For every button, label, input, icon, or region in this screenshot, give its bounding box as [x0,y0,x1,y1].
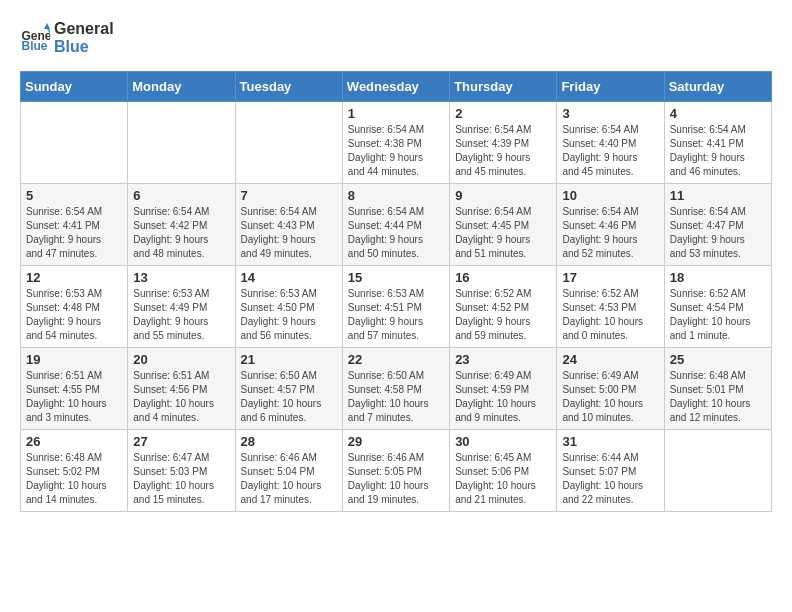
day-cell: 7Sunrise: 6:54 AM Sunset: 4:43 PM Daylig… [235,184,342,266]
day-info: Sunrise: 6:54 AM Sunset: 4:42 PM Dayligh… [133,205,229,261]
weekday-header-saturday: Saturday [664,72,771,102]
day-cell: 16Sunrise: 6:52 AM Sunset: 4:52 PM Dayli… [450,266,557,348]
day-number: 27 [133,434,229,449]
day-info: Sunrise: 6:54 AM Sunset: 4:40 PM Dayligh… [562,123,658,179]
day-number: 23 [455,352,551,367]
day-cell: 29Sunrise: 6:46 AM Sunset: 5:05 PM Dayli… [342,430,449,512]
day-cell: 18Sunrise: 6:52 AM Sunset: 4:54 PM Dayli… [664,266,771,348]
day-number: 28 [241,434,337,449]
day-info: Sunrise: 6:45 AM Sunset: 5:06 PM Dayligh… [455,451,551,507]
week-row-3: 12Sunrise: 6:53 AM Sunset: 4:48 PM Dayli… [21,266,772,348]
day-cell: 21Sunrise: 6:50 AM Sunset: 4:57 PM Dayli… [235,348,342,430]
day-cell [21,102,128,184]
day-info: Sunrise: 6:53 AM Sunset: 4:51 PM Dayligh… [348,287,444,343]
day-info: Sunrise: 6:54 AM Sunset: 4:38 PM Dayligh… [348,123,444,179]
day-cell [128,102,235,184]
logo-general: General [54,20,114,38]
day-number: 4 [670,106,766,121]
day-number: 17 [562,270,658,285]
day-info: Sunrise: 6:52 AM Sunset: 4:52 PM Dayligh… [455,287,551,343]
day-number: 10 [562,188,658,203]
page-container: General Blue General Blue SundayMondayTu… [0,0,792,532]
day-info: Sunrise: 6:54 AM Sunset: 4:39 PM Dayligh… [455,123,551,179]
calendar-table: SundayMondayTuesdayWednesdayThursdayFrid… [20,71,772,512]
day-info: Sunrise: 6:54 AM Sunset: 4:44 PM Dayligh… [348,205,444,261]
day-number: 9 [455,188,551,203]
weekday-header-sunday: Sunday [21,72,128,102]
day-cell: 3Sunrise: 6:54 AM Sunset: 4:40 PM Daylig… [557,102,664,184]
day-info: Sunrise: 6:53 AM Sunset: 4:49 PM Dayligh… [133,287,229,343]
day-cell: 5Sunrise: 6:54 AM Sunset: 4:41 PM Daylig… [21,184,128,266]
logo-blue: Blue [54,38,114,56]
weekday-header-row: SundayMondayTuesdayWednesdayThursdayFrid… [21,72,772,102]
weekday-header-friday: Friday [557,72,664,102]
day-cell: 12Sunrise: 6:53 AM Sunset: 4:48 PM Dayli… [21,266,128,348]
day-cell: 9Sunrise: 6:54 AM Sunset: 4:45 PM Daylig… [450,184,557,266]
day-cell: 19Sunrise: 6:51 AM Sunset: 4:55 PM Dayli… [21,348,128,430]
day-cell: 25Sunrise: 6:48 AM Sunset: 5:01 PM Dayli… [664,348,771,430]
day-info: Sunrise: 6:46 AM Sunset: 5:04 PM Dayligh… [241,451,337,507]
day-info: Sunrise: 6:54 AM Sunset: 4:47 PM Dayligh… [670,205,766,261]
day-number: 5 [26,188,122,203]
day-number: 7 [241,188,337,203]
day-info: Sunrise: 6:50 AM Sunset: 4:57 PM Dayligh… [241,369,337,425]
day-info: Sunrise: 6:51 AM Sunset: 4:55 PM Dayligh… [26,369,122,425]
logo: General Blue General Blue [20,20,114,55]
day-number: 20 [133,352,229,367]
day-cell: 24Sunrise: 6:49 AM Sunset: 5:00 PM Dayli… [557,348,664,430]
day-info: Sunrise: 6:51 AM Sunset: 4:56 PM Dayligh… [133,369,229,425]
day-number: 6 [133,188,229,203]
day-cell: 15Sunrise: 6:53 AM Sunset: 4:51 PM Dayli… [342,266,449,348]
day-number: 1 [348,106,444,121]
day-info: Sunrise: 6:50 AM Sunset: 4:58 PM Dayligh… [348,369,444,425]
day-cell: 6Sunrise: 6:54 AM Sunset: 4:42 PM Daylig… [128,184,235,266]
day-number: 3 [562,106,658,121]
day-info: Sunrise: 6:54 AM Sunset: 4:46 PM Dayligh… [562,205,658,261]
day-number: 29 [348,434,444,449]
svg-text:Blue: Blue [22,39,48,53]
day-cell: 28Sunrise: 6:46 AM Sunset: 5:04 PM Dayli… [235,430,342,512]
day-info: Sunrise: 6:49 AM Sunset: 4:59 PM Dayligh… [455,369,551,425]
day-cell: 8Sunrise: 6:54 AM Sunset: 4:44 PM Daylig… [342,184,449,266]
day-number: 12 [26,270,122,285]
day-info: Sunrise: 6:47 AM Sunset: 5:03 PM Dayligh… [133,451,229,507]
day-number: 22 [348,352,444,367]
day-number: 18 [670,270,766,285]
day-cell: 14Sunrise: 6:53 AM Sunset: 4:50 PM Dayli… [235,266,342,348]
day-cell: 27Sunrise: 6:47 AM Sunset: 5:03 PM Dayli… [128,430,235,512]
day-cell: 2Sunrise: 6:54 AM Sunset: 4:39 PM Daylig… [450,102,557,184]
day-cell: 31Sunrise: 6:44 AM Sunset: 5:07 PM Dayli… [557,430,664,512]
day-cell: 10Sunrise: 6:54 AM Sunset: 4:46 PM Dayli… [557,184,664,266]
day-info: Sunrise: 6:44 AM Sunset: 5:07 PM Dayligh… [562,451,658,507]
day-cell: 1Sunrise: 6:54 AM Sunset: 4:38 PM Daylig… [342,102,449,184]
day-cell [664,430,771,512]
weekday-header-wednesday: Wednesday [342,72,449,102]
logo-icon: General Blue [20,23,50,53]
day-number: 11 [670,188,766,203]
day-cell: 30Sunrise: 6:45 AM Sunset: 5:06 PM Dayli… [450,430,557,512]
day-cell: 23Sunrise: 6:49 AM Sunset: 4:59 PM Dayli… [450,348,557,430]
day-cell: 13Sunrise: 6:53 AM Sunset: 4:49 PM Dayli… [128,266,235,348]
day-info: Sunrise: 6:48 AM Sunset: 5:01 PM Dayligh… [670,369,766,425]
day-number: 26 [26,434,122,449]
week-row-5: 26Sunrise: 6:48 AM Sunset: 5:02 PM Dayli… [21,430,772,512]
day-info: Sunrise: 6:54 AM Sunset: 4:41 PM Dayligh… [670,123,766,179]
week-row-2: 5Sunrise: 6:54 AM Sunset: 4:41 PM Daylig… [21,184,772,266]
day-number: 2 [455,106,551,121]
day-info: Sunrise: 6:53 AM Sunset: 4:50 PM Dayligh… [241,287,337,343]
day-number: 31 [562,434,658,449]
day-cell: 11Sunrise: 6:54 AM Sunset: 4:47 PM Dayli… [664,184,771,266]
day-info: Sunrise: 6:54 AM Sunset: 4:43 PM Dayligh… [241,205,337,261]
day-info: Sunrise: 6:53 AM Sunset: 4:48 PM Dayligh… [26,287,122,343]
day-info: Sunrise: 6:54 AM Sunset: 4:45 PM Dayligh… [455,205,551,261]
day-cell: 26Sunrise: 6:48 AM Sunset: 5:02 PM Dayli… [21,430,128,512]
day-info: Sunrise: 6:49 AM Sunset: 5:00 PM Dayligh… [562,369,658,425]
day-info: Sunrise: 6:52 AM Sunset: 4:54 PM Dayligh… [670,287,766,343]
day-info: Sunrise: 6:52 AM Sunset: 4:53 PM Dayligh… [562,287,658,343]
day-cell [235,102,342,184]
day-number: 14 [241,270,337,285]
weekday-header-monday: Monday [128,72,235,102]
weekday-header-thursday: Thursday [450,72,557,102]
day-info: Sunrise: 6:48 AM Sunset: 5:02 PM Dayligh… [26,451,122,507]
day-cell: 4Sunrise: 6:54 AM Sunset: 4:41 PM Daylig… [664,102,771,184]
